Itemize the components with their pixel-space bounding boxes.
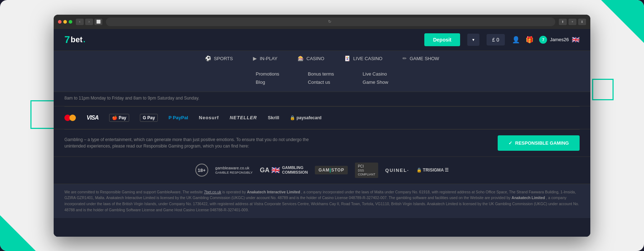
browser-nav-buttons: ‹ › ⬜ (76, 19, 102, 25)
dropdown-arrow-button[interactable]: ▾ (467, 34, 479, 46)
nav-item-inplay[interactable]: ▶ IN-PLAY (250, 55, 280, 61)
18plus-icon: 18+ (195, 164, 208, 177)
dropdown-col-1: Promotions Blog (256, 70, 279, 86)
nav-menu: ⚽ SPORTS ▶ IN-PLAY 🎰 CASINO 🃏 LIVE CASIN… (54, 50, 590, 66)
flag-icon: 🇬🇧 (572, 36, 580, 44)
logo-bet: bet (71, 35, 83, 44)
mc-circle-yellow (69, 115, 76, 121)
teal-decoration-mid-right (592, 79, 614, 100)
inplay-icon: ▶ (253, 55, 257, 61)
skrill-logo: Skrill (268, 115, 279, 120)
browser-window: ‹ › ⬜ ↻ ⬆ + ⬇ 7 bet . (54, 15, 590, 237)
contact-hours-text: 8am to 11pm Monday to Friday and 8am to … (64, 96, 199, 101)
applepay-logo: 🍎 Pay (109, 114, 129, 122)
nav-center: Deposit ▾ £ 0 👤 🎁 7 James26 🇬🇧 (424, 33, 580, 46)
pci-logo: PCIDSSCOMPLIANT (355, 163, 378, 178)
nav-label-game-show: GAME SHOW (410, 56, 439, 61)
age-restriction-badge: 18+ (195, 164, 208, 177)
browser-chrome: ‹ › ⬜ ↻ ⬆ + ⬇ (54, 15, 590, 29)
live-casino-link[interactable]: Live Casino (363, 70, 389, 78)
maximize-button[interactable] (69, 20, 72, 24)
mastercard-logo (64, 115, 76, 121)
trisigma-badge: 🔒 TRISIGMA ☰ (416, 168, 449, 173)
main-content: 8am to 11pm Monday to Friday and 8am to … (54, 92, 590, 237)
website-link[interactable]: 7bet.co.uk (204, 190, 221, 194)
reload-icon: ↻ (328, 19, 331, 24)
nav-label-inplay: IN-PLAY (260, 56, 278, 61)
trisigma-logo: 🔒 TRISIGMA ☰ (416, 168, 449, 173)
legal-text: We are committed to Responsible Gaming a… (64, 189, 580, 213)
gamstop-logo: GAM|STOP (315, 166, 348, 174)
nav-item-casino[interactable]: 🎰 CASINO (295, 55, 327, 61)
quinel-logo: QUINEL· (385, 168, 409, 173)
tab-button[interactable]: ⬜ (94, 19, 102, 25)
pci-dss-badge: PCIDSSCOMPLIANT (355, 163, 378, 178)
browser-actions: ⬆ + ⬇ (559, 19, 586, 25)
balance-display: £ 0 (487, 34, 505, 45)
paysafecard-logo: 🔒 paysafecard (290, 115, 321, 120)
shield-icon: ✓ (508, 140, 512, 146)
teal-decoration-top-right (601, 0, 644, 43)
gambleaware-text: gambleaware.co.ukGAMBLE RESPONSIBLY (215, 166, 253, 174)
legal-section: We are committed to Responsible Gaming a… (54, 184, 590, 218)
nav-icons: 👤 🎁 7 James26 🇬🇧 (512, 36, 580, 44)
dropdown-nav: Promotions Blog Bonus terms Contact us L… (54, 66, 590, 92)
quinel-badge: QUINEL· (385, 168, 409, 173)
nav-item-live-casino[interactable]: 🃏 LIVE CASINO (341, 55, 385, 61)
payment-section: VISA 🍎 Pay G Pay P PayPal Neosurf (54, 107, 590, 129)
nav-label-casino: CASINO (307, 56, 325, 61)
nav-label-live-casino: LIVE CASINO (353, 56, 382, 61)
user-level-badge: 7 (539, 36, 547, 44)
gambling-commission-badge: GA 🇬🇧 GAMBLINGCOMMISSION (260, 165, 308, 175)
neteller-logo: NETELLER (230, 115, 257, 120)
top-nav: 7 bet . Deposit ▾ £ 0 👤 🎁 7 James26 🇬🇧 (54, 29, 590, 50)
nav-item-game-show[interactable]: ✏ GAME SHOW (400, 55, 442, 61)
close-button[interactable] (58, 20, 62, 24)
share-button[interactable]: ⬆ (559, 19, 567, 25)
blog-link[interactable]: Blog (256, 78, 279, 86)
teal-decoration-bottom-left (0, 215, 36, 251)
logo-dot: . (83, 35, 86, 44)
account-icon[interactable]: 👤 (512, 36, 520, 44)
site-content: 7 bet . Deposit ▾ £ 0 👤 🎁 7 James26 🇬🇧 (54, 29, 590, 237)
promotions-link[interactable]: Promotions (256, 70, 279, 78)
badges-section: 18+ gambleaware.co.ukGAMBLE RESPONSIBLY … (54, 157, 590, 184)
casino-icon: 🎰 (298, 55, 304, 61)
traffic-lights (58, 20, 72, 24)
responsible-section: Gambling – a type of entertainment, whic… (54, 130, 590, 157)
minimize-button[interactable] (63, 20, 67, 24)
game-show-icon: ✏ (402, 55, 407, 61)
responsible-text: Gambling – a type of entertainment, whic… (64, 136, 315, 149)
gamstop-badge: GAM|STOP (315, 166, 348, 174)
logo: 7 bet . (64, 34, 86, 45)
gambling-commission-logo: GA 🇬🇧 GAMBLINGCOMMISSION (260, 165, 308, 175)
forward-button[interactable]: › (85, 19, 93, 25)
user-info: 7 James26 🇬🇧 (539, 36, 580, 44)
back-button[interactable]: ‹ (76, 19, 84, 25)
address-bar[interactable]: ↻ (106, 18, 555, 26)
gambleaware-badge: gambleaware.co.ukGAMBLE RESPONSIBLY (215, 166, 253, 174)
gpay-logo: G Pay (140, 114, 158, 122)
uk-flag-icon: 🇬🇧 (271, 166, 280, 174)
logo-number: 7 (64, 34, 70, 45)
live-casino-icon: 🃏 (344, 55, 350, 61)
nav-item-sports[interactable]: ⚽ SPORTS (202, 55, 236, 61)
dropdown-col-2: Bonus terms Contact us (308, 70, 334, 86)
responsible-gaming-button[interactable]: ✓ RESPONSIBLE GAMING (498, 135, 580, 151)
deposit-button[interactable]: Deposit (424, 33, 460, 46)
contact-us-link[interactable]: Contact us (308, 78, 334, 86)
add-bookmark-button[interactable]: + (569, 19, 576, 25)
visa-logo: VISA (87, 115, 98, 121)
bonus-terms-link[interactable]: Bonus terms (308, 70, 334, 78)
game-show-link[interactable]: Game Show (363, 78, 389, 86)
download-button[interactable]: ⬇ (578, 19, 586, 25)
screen-wrapper: ‹ › ⬜ ↻ ⬆ + ⬇ 7 bet . (0, 0, 644, 251)
neosurf-logo: Neosurf (199, 115, 219, 120)
paypal-logo: P PayPal (169, 115, 188, 120)
contact-hours: 8am to 11pm Monday to Friday and 8am to … (54, 92, 590, 106)
dropdown-col-3: Live Casino Game Show (363, 70, 389, 86)
nav-label-sports: SPORTS (214, 56, 233, 61)
gift-icon[interactable]: 🎁 (526, 36, 533, 44)
username: James26 (550, 37, 569, 42)
sports-icon: ⚽ (205, 55, 211, 61)
